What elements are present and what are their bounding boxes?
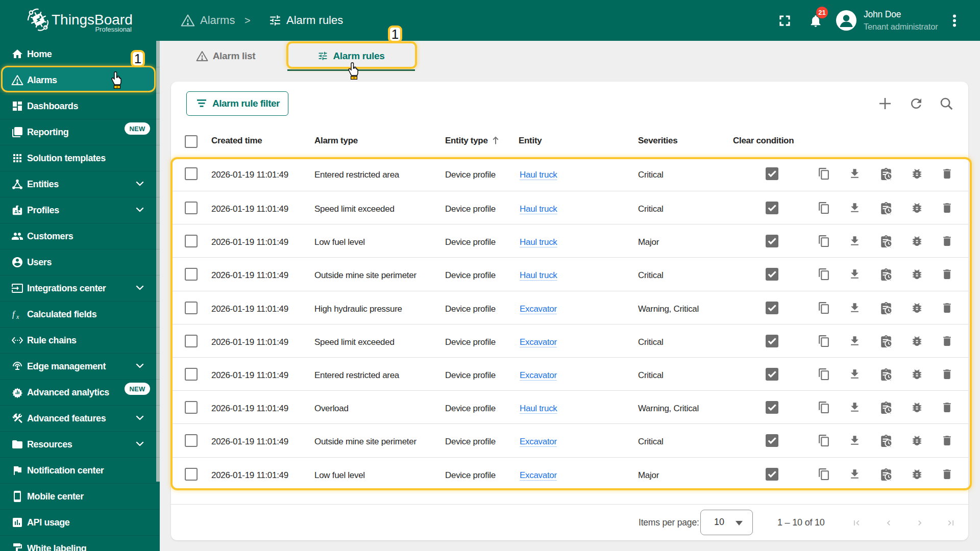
- svg-text:x: x: [16, 313, 19, 320]
- svg-text:f: f: [12, 309, 16, 319]
